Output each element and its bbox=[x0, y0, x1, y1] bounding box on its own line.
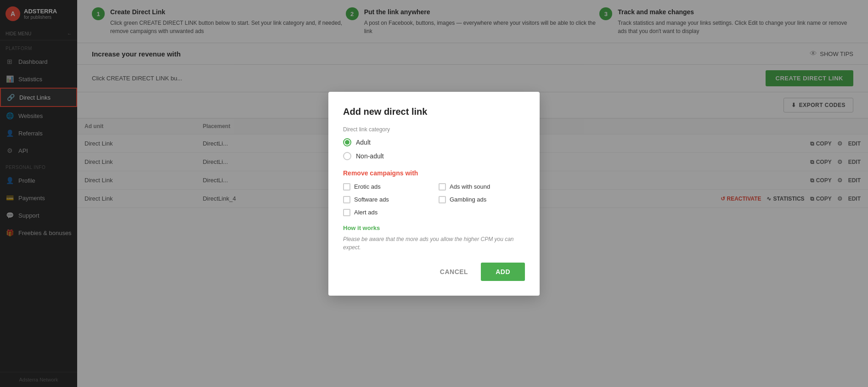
modal-section-label: Direct link category bbox=[343, 126, 525, 133]
checkbox-ads-sound[interactable]: Ads with sound bbox=[439, 183, 525, 191]
radio-adult-circle bbox=[343, 138, 351, 146]
checkbox-erotic[interactable]: Erotic ads bbox=[343, 183, 429, 191]
checkbox-alert[interactable]: Alert ads bbox=[343, 209, 429, 216]
checkbox-gambling-label: Gambling ads bbox=[450, 196, 486, 203]
modal-footer: CANCEL ADD bbox=[343, 263, 525, 281]
checkbox-erotic-box bbox=[343, 183, 350, 191]
checkbox-gambling-box bbox=[439, 196, 446, 203]
category-radio-group: Adult Non-adult bbox=[343, 138, 525, 160]
radio-non-adult-label: Non-adult bbox=[356, 152, 384, 160]
radio-adult[interactable]: Adult bbox=[343, 138, 525, 146]
how-it-works-link[interactable]: How it works bbox=[343, 224, 525, 231]
checkboxes-grid: Erotic ads Ads with sound Software ads G… bbox=[343, 183, 525, 216]
cancel-button[interactable]: CANCEL bbox=[433, 264, 475, 280]
radio-non-adult[interactable]: Non-adult bbox=[343, 152, 525, 160]
remove-prefix: Remove bbox=[343, 169, 368, 177]
checkbox-software-label: Software ads bbox=[354, 196, 389, 203]
modal-overlay[interactable]: Add new direct link Direct link category… bbox=[0, 0, 868, 387]
checkbox-alert-box bbox=[343, 209, 350, 216]
checkbox-gambling[interactable]: Gambling ads bbox=[439, 196, 525, 203]
checkbox-ads-sound-box bbox=[439, 183, 446, 191]
note-text: Please be aware that the more ads you al… bbox=[343, 235, 525, 252]
checkbox-software-box bbox=[343, 196, 350, 203]
modal-title: Add new direct link bbox=[343, 107, 525, 117]
add-button[interactable]: ADD bbox=[481, 263, 525, 281]
checkbox-alert-label: Alert ads bbox=[354, 209, 378, 216]
radio-adult-dot bbox=[345, 140, 349, 145]
radio-non-adult-circle bbox=[343, 152, 351, 160]
remove-campaigns-text: Remove campaigns with bbox=[343, 169, 525, 177]
checkbox-ads-sound-label: Ads with sound bbox=[450, 183, 490, 190]
checkbox-software[interactable]: Software ads bbox=[343, 196, 429, 203]
add-direct-link-modal: Add new direct link Direct link category… bbox=[328, 92, 540, 296]
checkbox-erotic-label: Erotic ads bbox=[354, 183, 381, 190]
radio-adult-label: Adult bbox=[356, 139, 371, 146]
remove-suffix: campaigns with bbox=[368, 169, 418, 177]
